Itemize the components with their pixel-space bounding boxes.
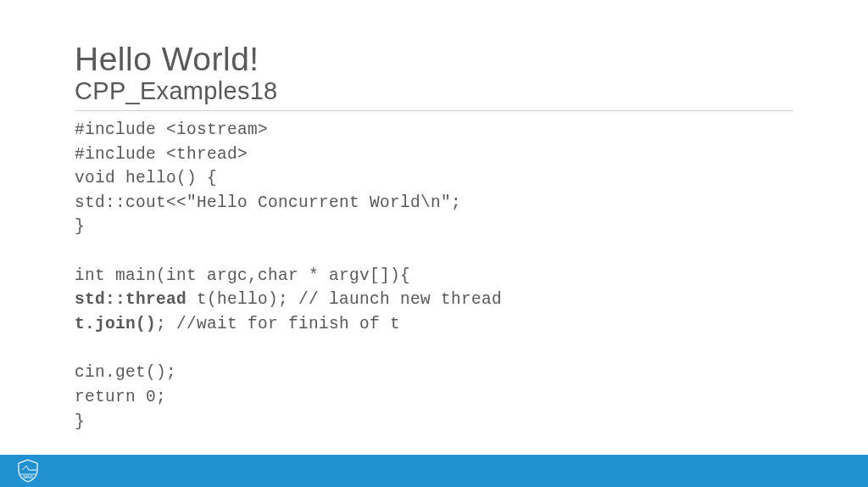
slide-subtitle: CPP_Examples18 (75, 77, 793, 105)
code-line: return 0; (75, 385, 793, 410)
slide-title: Hello World! (75, 41, 793, 79)
svg-text:МАИ: МАИ (23, 474, 33, 479)
code-text: ; //wait for finish of t (156, 315, 400, 333)
code-line: } (75, 215, 793, 239)
code-line: #include <thread> (75, 143, 793, 167)
code-line: t.join(); //wait for finish of t (75, 312, 793, 337)
footer-bar: МАИ (0, 455, 868, 487)
code-text: t(hello); // launch new thread (186, 290, 502, 309)
code-line: void hello() { (75, 166, 793, 191)
code-bold: t.join() (75, 315, 156, 333)
code-line: int main(int argc,char * argv[]){ (75, 264, 793, 288)
code-line (75, 337, 793, 361)
mai-shield-icon: МАИ (15, 458, 41, 484)
code-line: std::thread t(hello); // launch new thre… (75, 288, 793, 312)
code-line: #include <iostream> (75, 118, 793, 143)
code-line: } (75, 410, 793, 434)
code-line (75, 239, 793, 264)
title-divider (75, 110, 793, 111)
code-line: cin.get(); (75, 361, 793, 385)
code-line: std::cout<<"Hello Concurrent World\n"; (75, 191, 793, 216)
code-bold: std::thread (75, 290, 186, 309)
slide-content: Hello World! CPP_Examples18 #include <io… (0, 0, 868, 434)
code-block: #include <iostream>#include <thread>void… (75, 118, 793, 434)
